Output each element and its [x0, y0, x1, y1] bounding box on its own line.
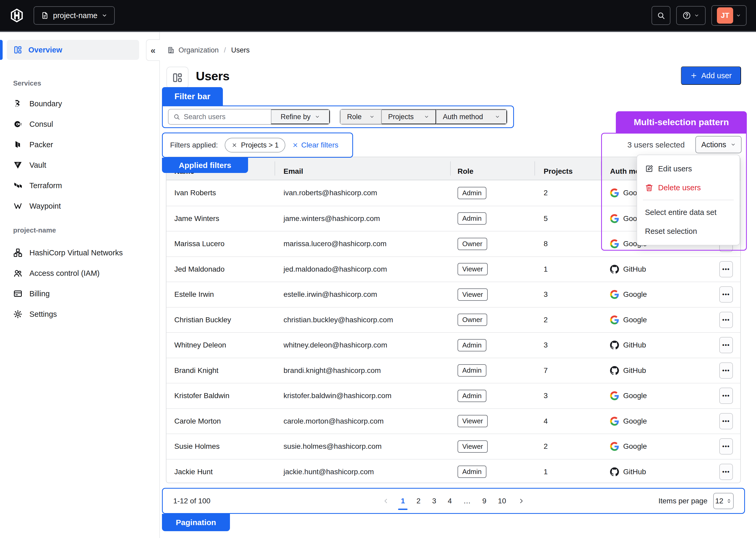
breadcrumb-organization[interactable]: Organization	[179, 46, 219, 54]
page-number-9[interactable]: 9	[482, 497, 486, 505]
column-header-email[interactable]: Email	[284, 161, 458, 176]
row-actions-button[interactable]: •••	[719, 413, 733, 429]
sidebar-divider	[159, 32, 160, 538]
table-row: Carole Mortoncarole.morton@hashicorp.com…	[166, 408, 740, 434]
sidebar-project-header: project-name	[13, 226, 56, 234]
add-user-button[interactable]: Add user	[681, 66, 741, 85]
filter-dropdown-role[interactable]: Role	[340, 109, 381, 124]
applied-filters-bar: Filters applied: Projects > 1 Clear filt…	[162, 133, 353, 158]
filter-dropdown-auth-method[interactable]: Auth method	[436, 109, 507, 124]
sidebar-item-packer[interactable]: Packer	[0, 134, 159, 155]
menu-item-edit-users[interactable]: Edit users	[637, 159, 739, 178]
pager: 1234…910	[382, 497, 524, 505]
pagination-bar: 1-12 of 100 1234…910 Items per page 12	[162, 488, 745, 514]
card-icon	[13, 289, 23, 298]
sidebar-item-billing[interactable]: Billing	[0, 284, 159, 304]
user-name: Kristofer Baldwin	[174, 392, 284, 400]
menu-item-delete-users[interactable]: Delete users	[637, 178, 739, 197]
help-icon	[682, 11, 691, 20]
page-title: Users	[196, 69, 230, 83]
row-actions-button[interactable]: •••	[719, 464, 733, 480]
sidebar-item-access-control-iam[interactable]: Access control (IAM)	[0, 263, 159, 284]
help-menu-button[interactable]	[676, 6, 706, 25]
role-badge: Admin	[458, 339, 486, 351]
row-actions-button[interactable]: •••	[719, 362, 733, 379]
table-row: Whitney Deleonwhitney.deleon@hashicorp.c…	[166, 332, 740, 358]
table-row: Susie Holmessusie.holmes@hashicorp.comVi…	[166, 434, 740, 459]
user-email: susie.holmes@hashicorp.com	[284, 442, 458, 451]
filter-chip[interactable]: Projects > 1	[225, 138, 285, 152]
auth-method-label: GitHub	[623, 468, 646, 476]
page-number-10[interactable]: 10	[498, 497, 506, 505]
sidebar-item-terraform[interactable]: Terraform	[0, 175, 159, 196]
menu-divider	[643, 200, 734, 200]
previous-page-button[interactable]	[382, 498, 389, 505]
search-icon	[173, 113, 180, 120]
terraform-icon	[13, 181, 23, 190]
global-search-button[interactable]	[652, 6, 671, 25]
projects-count: 3	[544, 290, 610, 299]
sidebar-item-boundary[interactable]: Boundary	[0, 93, 159, 114]
user-name: Christian Buckley	[174, 316, 284, 324]
row-actions-button[interactable]: •••	[719, 337, 733, 353]
user-email: jame.winters@hashicorp.com	[284, 214, 458, 223]
auth-method-label: Google	[623, 417, 647, 425]
row-actions-button[interactable]: •••	[719, 438, 733, 455]
sidebar-item-label: HashiCorp Virtual Networks	[29, 248, 123, 257]
projects-count: 3	[544, 392, 610, 400]
row-actions-button[interactable]: •••	[719, 388, 733, 404]
actions-dropdown-button[interactable]: Actions	[695, 136, 741, 153]
page-number-4[interactable]: 4	[448, 497, 452, 505]
menu-item-reset-selection[interactable]: Reset selection	[637, 222, 739, 241]
project-switcher-button[interactable]: project-name	[33, 6, 115, 25]
role-cell: Viewer	[458, 263, 544, 275]
user-menu-button[interactable]: JT	[711, 5, 746, 26]
sidebar-item-hashicorp-virtual-networks[interactable]: HashiCorp Virtual Networks	[0, 242, 159, 263]
clear-filters-label: Clear filters	[301, 141, 338, 149]
page-number-1[interactable]: 1	[401, 497, 405, 505]
sidebar-collapse-button[interactable]: «	[146, 39, 160, 61]
sidebar-item-label: Boundary	[29, 99, 62, 108]
column-header-projects[interactable]: Projects	[544, 161, 610, 176]
items-per-page-select[interactable]: 12	[713, 493, 734, 509]
menu-item-select-entire-data-set[interactable]: Select entire data set	[637, 203, 739, 222]
items-per-page: Items per page 12	[658, 493, 734, 509]
role-cell: Owner	[458, 238, 544, 250]
user-name: Brandi Knight	[174, 366, 284, 375]
sidebar-item-settings[interactable]: Settings	[0, 304, 159, 324]
menu-item-label: Delete users	[658, 184, 701, 192]
annotation-pagination: Pagination	[162, 514, 230, 531]
filter-dropdown-label: Projects	[388, 113, 414, 121]
sidebar-item-overview[interactable]: Overview	[7, 40, 139, 60]
google-icon	[610, 315, 619, 324]
role-cell: Admin	[458, 212, 544, 225]
row-actions-button[interactable]: •••	[719, 261, 733, 277]
waypoint-icon	[13, 201, 23, 211]
clear-icon	[292, 142, 298, 148]
app: project-name JT Overview Services Bounda…	[0, 0, 756, 538]
column-header-role[interactable]: Role	[458, 161, 544, 176]
role-badge: Admin	[458, 212, 486, 225]
github-icon	[610, 265, 619, 274]
remove-filter-icon[interactable]	[232, 142, 237, 148]
sidebar-item-label: Billing	[29, 290, 50, 298]
projects-count: 1	[544, 468, 610, 476]
search-field	[169, 109, 271, 124]
sidebar-item-vault[interactable]: Vault	[0, 155, 159, 175]
next-page-button[interactable]	[518, 498, 524, 505]
role-cell: Viewer	[458, 440, 544, 453]
sidebar-item-waypoint[interactable]: Waypoint	[0, 196, 159, 216]
search-input[interactable]	[184, 113, 266, 121]
edit-icon	[645, 165, 653, 173]
refine-by-button[interactable]: Refine by	[271, 109, 330, 124]
page-number-3[interactable]: 3	[432, 497, 436, 505]
projects-count: 1	[544, 265, 610, 273]
sidebar-item-consul[interactable]: Consul	[0, 114, 159, 134]
header-divider	[275, 161, 275, 176]
auth-method-cell: GitHub	[610, 467, 719, 476]
page-number-2[interactable]: 2	[416, 497, 421, 505]
clear-filters-button[interactable]: Clear filters	[292, 141, 338, 149]
filter-dropdown-projects[interactable]: Projects	[381, 109, 436, 124]
row-actions-button[interactable]: •••	[719, 286, 733, 302]
row-actions-button[interactable]: •••	[719, 312, 733, 328]
